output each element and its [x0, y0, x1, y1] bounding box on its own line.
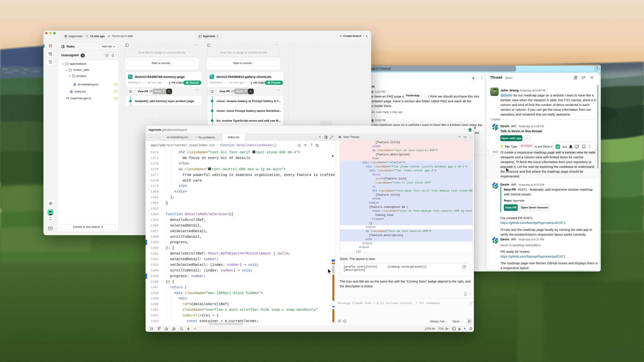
- svg-text:MD: MD: [464, 294, 466, 295]
